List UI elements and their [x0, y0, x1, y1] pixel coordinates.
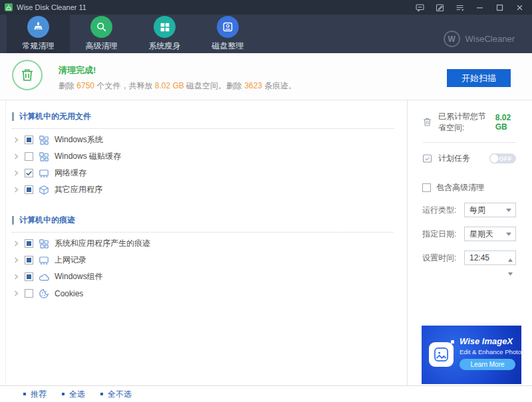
tree-item-label: Windows系统: [55, 134, 103, 146]
footer-bar: 推荐全选全不选: [0, 385, 532, 402]
feedback-icon[interactable]: [416, 3, 424, 12]
cookie-icon: [39, 288, 49, 299]
tab-system-slim[interactable]: 系统瘦身: [133, 15, 196, 53]
checkbox[interactable]: [25, 289, 33, 298]
tree-item-label: Windows 磁贴缓存: [55, 151, 121, 162]
tree-item-label: 网络缓存: [55, 167, 86, 179]
chevron-right-icon[interactable]: [13, 153, 19, 159]
window-tiles-icon: [39, 151, 49, 162]
section-bar: [12, 216, 14, 225]
tree-item[interactable]: 上网记录: [12, 252, 394, 268]
summary-text: 个文件，共释放: [94, 81, 155, 90]
app-logo-icon: [5, 3, 13, 11]
tree-item[interactable]: 网络缓存: [12, 165, 394, 181]
checkbox[interactable]: [25, 152, 33, 161]
field-value: 每周: [465, 205, 485, 216]
close-icon[interactable]: [515, 3, 524, 12]
tree-item[interactable]: Cookies: [12, 285, 394, 302]
cleanup-tree: 计算机中的无用文件Windows系统Windows 磁贴缓存网络缓存其它应用程序…: [0, 100, 407, 385]
window-title: Wise Disk Cleaner 11: [17, 3, 86, 11]
tab-label: 常规清理: [23, 41, 55, 52]
deselect-all-link[interactable]: 全不选: [100, 389, 132, 400]
field-value: 星期天: [465, 229, 493, 240]
date-field: 指定日期:星期天: [422, 227, 516, 241]
spin-down-icon[interactable]: [508, 266, 513, 278]
saved-space-label: 已累计帮您节省空间:: [438, 111, 490, 134]
summary-value: 3623: [244, 81, 262, 90]
field-label: 指定日期:: [422, 229, 456, 240]
tree-item-label: 系统和应用程序产生的痕迹: [55, 238, 150, 249]
spinner-arrows[interactable]: [508, 252, 513, 278]
window-tiles-icon: [39, 239, 49, 249]
spin-up-icon[interactable]: [508, 252, 513, 264]
schedule-row: 计划任务 OFF: [422, 153, 516, 164]
tab-regular-clean[interactable]: 常规清理: [7, 15, 70, 53]
start-scan-button[interactable]: 开始扫描: [447, 69, 511, 87]
edit-icon[interactable]: [436, 3, 444, 12]
checkbox[interactable]: [25, 256, 33, 264]
chevron-right-icon[interactable]: [13, 187, 19, 193]
schedule-toggle[interactable]: OFF: [489, 153, 516, 163]
trash-icon: [422, 117, 433, 128]
summary-value: 6750: [76, 81, 94, 90]
chevron-right-icon[interactable]: [13, 137, 19, 143]
titlebar-buttons: [416, 3, 532, 12]
main-area: 计算机中的无用文件Windows系统Windows 磁贴缓存网络缓存其它应用程序…: [0, 100, 532, 385]
summary-text: 磁盘空间。删除: [184, 81, 245, 90]
tab-label: 系统瘦身: [149, 41, 181, 52]
chevron-right-icon[interactable]: [13, 241, 19, 247]
minimize-icon[interactable]: [475, 3, 484, 12]
browser-window-icon: [39, 168, 49, 179]
chevron-right-icon[interactable]: [13, 257, 19, 263]
tab-advanced-clean[interactable]: 高级清理: [70, 15, 133, 53]
date-select[interactable]: 星期天: [464, 227, 516, 241]
checkbox[interactable]: [25, 169, 33, 177]
tree-item[interactable]: Windows组件: [12, 268, 394, 285]
recommend-link[interactable]: 推荐: [23, 389, 47, 400]
tree-item-label: 上网记录: [55, 254, 86, 266]
advanced-clean-label: 包含高级清理: [436, 182, 484, 193]
tree-item[interactable]: 其它应用程序: [12, 181, 394, 198]
checkbox[interactable]: [25, 239, 33, 248]
tab-disk-defrag[interactable]: 磁盘整理: [196, 15, 259, 53]
wise-imagex-ad[interactable]: Wise ImageX Edit & Enhance Photos Learn …: [422, 326, 521, 384]
tree-item[interactable]: Windows 磁贴缓存: [12, 148, 394, 165]
time-spinner[interactable]: 12:45: [464, 251, 516, 265]
brand-name: WiseCleaner: [466, 34, 515, 44]
chevron-right-icon[interactable]: [13, 170, 19, 176]
chevron-right-icon[interactable]: [13, 290, 19, 296]
checkbox[interactable]: [25, 272, 33, 281]
run-type-select[interactable]: 每周: [464, 203, 516, 217]
brush-icon: [27, 16, 49, 38]
cloud-icon: [39, 272, 49, 282]
saved-space-value: 8.02 GB: [495, 113, 516, 132]
brand-logo: W WiseCleaner: [444, 31, 515, 47]
toggle-state-label: OFF: [499, 155, 513, 161]
magnifier-icon: [90, 16, 112, 38]
run-type-field: 运行类型:每周: [422, 203, 516, 217]
chevron-right-icon[interactable]: [13, 274, 19, 280]
result-banner: 清理完成! 删除 6750 个文件，共释放 8.02 GB 磁盘空间。删除 36…: [0, 53, 532, 100]
window-tiles-icon: [39, 135, 49, 146]
tree-item[interactable]: 系统和应用程序产生的痕迹: [12, 235, 394, 252]
nav-bar: 常规清理高级清理系统瘦身磁盘整理 W WiseCleaner: [0, 15, 532, 53]
ad-subtitle: Edit & Enhance Photos: [460, 348, 525, 355]
maximize-icon[interactable]: [495, 3, 504, 12]
advanced-clean-checkbox[interactable]: [422, 183, 431, 192]
caret-down-icon: [506, 209, 511, 212]
checkbox[interactable]: [25, 185, 33, 194]
advanced-clean-option[interactable]: 包含高级清理: [422, 182, 516, 193]
ad-title: Wise ImageX: [460, 336, 513, 346]
checkbox[interactable]: [25, 136, 33, 144]
saved-space-row: 已累计帮您节省空间: 8.02 GB: [422, 111, 516, 143]
schedule-label: 计划任务: [438, 153, 470, 164]
summary-value: 8.02 GB: [155, 81, 184, 90]
menu-icon[interactable]: [456, 3, 464, 12]
caret-down-icon: [506, 233, 511, 236]
learn-more-button[interactable]: Learn More: [460, 359, 515, 370]
section-header: 计算机中的痕迹: [12, 214, 394, 226]
select-all-link[interactable]: 全选: [62, 389, 85, 400]
summary-text: 条痕迹。: [262, 81, 296, 90]
schedule-fields: 运行类型:每周指定日期:星期天设置时间:12:45: [422, 203, 516, 265]
tree-item[interactable]: Windows系统: [12, 132, 394, 148]
